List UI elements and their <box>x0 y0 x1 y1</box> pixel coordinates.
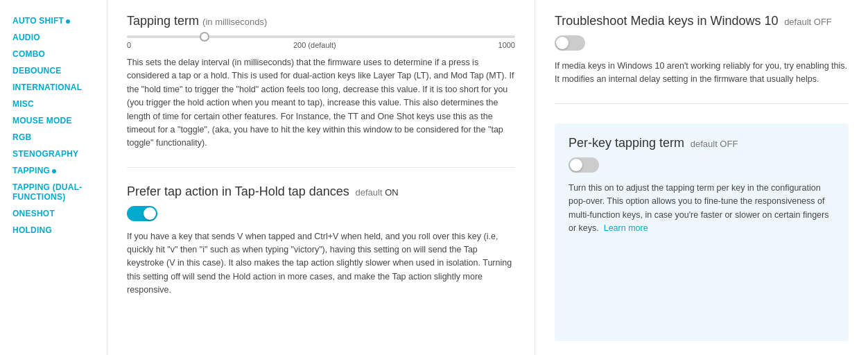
slider-max: 1000 <box>498 41 515 49</box>
right-panel: Troubleshoot Media keys in Windows 10 de… <box>535 0 868 355</box>
troubleshoot-title: Troubleshoot Media keys in Windows 10 de… <box>555 14 849 28</box>
troubleshoot-default: default OFF <box>782 17 832 27</box>
sidebar-item-label: TAPPING <box>12 166 50 175</box>
per-key-toggle[interactable] <box>568 157 599 173</box>
sidebar-item-label: HOLDING <box>12 225 52 235</box>
slider-min: 0 <box>127 41 131 49</box>
sidebar-item-misc[interactable]: MISC <box>12 97 107 111</box>
tapping-term-section: Tapping term (in milliseconds) 0 200 (de… <box>127 14 515 150</box>
sidebar-item-label: AUTO SHIFT <box>12 16 64 26</box>
sidebar-item-debounce[interactable]: DEBOUNCE <box>12 64 107 78</box>
slider-track[interactable] <box>127 35 515 38</box>
main-content: Tapping term (in milliseconds) 0 200 (de… <box>107 0 868 355</box>
prefer-tap-label: Prefer tap action in Tap-Hold tap dances <box>127 184 349 198</box>
tapping-term-description: This sets the delay interval (in millise… <box>127 56 515 150</box>
tapping-term-title: Tapping term (in milliseconds) <box>127 14 515 28</box>
section-divider-left <box>127 167 515 168</box>
sidebar-item-stenography[interactable]: STENOGRAPHY <box>12 147 107 161</box>
sidebar-item-holding[interactable]: HOLDING <box>12 223 107 237</box>
sidebar-item-label: COMBO <box>12 49 45 59</box>
sidebar-item-rgb[interactable]: RGB <box>12 130 107 144</box>
per-key-default: default OFF <box>688 139 738 149</box>
sidebar-item-label: MOUSE MODE <box>12 116 72 125</box>
per-key-toggle-knob <box>570 159 582 171</box>
per-key-description: Turn this on to adjust the tapping term … <box>568 182 835 236</box>
sidebar-item-tapping[interactable]: TAPPING <box>12 164 107 178</box>
troubleshoot-section: Troubleshoot Media keys in Windows 10 de… <box>555 14 849 104</box>
sidebar-item-label: AUDIO <box>12 33 40 42</box>
left-panel: Tapping term (in milliseconds) 0 200 (de… <box>107 0 535 355</box>
prefer-tap-default-label: default ON <box>353 187 399 198</box>
troubleshoot-toggle[interactable] <box>555 35 585 51</box>
sidebar-item-international[interactable]: INTERNATIONAL <box>12 80 107 94</box>
troubleshoot-label: Troubleshoot Media keys in Windows 10 <box>555 14 779 28</box>
sidebar-item-label: INTERNATIONAL <box>12 83 82 92</box>
sidebar-item-label: STENOGRAPHY <box>12 149 78 159</box>
sidebar-item-label: DEBOUNCE <box>12 66 62 76</box>
per-key-label: Per-key tapping term <box>568 136 684 150</box>
sidebar-item-auto-shift[interactable]: AUTO SHIFT <box>12 14 107 28</box>
slider-default: 200 (default) <box>293 41 336 49</box>
sidebar-dot <box>52 169 56 173</box>
slider-container[interactable]: 0 200 (default) 1000 <box>127 35 515 49</box>
troubleshoot-description: If media keys in Windows 10 aren't worki… <box>555 60 849 87</box>
sidebar-item-label: ONESHOT <box>12 209 55 218</box>
sidebar-item-oneshot[interactable]: ONESHOT <box>12 207 107 220</box>
tapping-term-subtitle: (in milliseconds) <box>202 17 267 27</box>
sidebar: AUTO SHIFTAUDIOCOMBODEBOUNCEINTERNATIONA… <box>0 0 107 355</box>
sidebar-item-tapping-dual[interactable]: TAPPING (DUAL-FUNCTIONS) <box>12 180 107 204</box>
sidebar-dot <box>66 19 70 24</box>
per-key-tapping-title: Per-key tapping term default OFF <box>568 136 835 150</box>
tapping-term-label: Tapping term <box>127 14 199 28</box>
slider-labels: 0 200 (default) 1000 <box>127 41 515 49</box>
prefer-tap-description: If you have a key that sends V when tapp… <box>127 230 515 297</box>
slider-thumb[interactable] <box>200 32 209 42</box>
troubleshoot-toggle-knob <box>556 37 568 49</box>
learn-more-link[interactable]: Learn more <box>604 223 648 233</box>
per-key-tapping-section: Per-key tapping term default OFF Turn th… <box>555 123 849 341</box>
sidebar-item-mouse-mode[interactable]: MOUSE MODE <box>12 114 107 128</box>
sidebar-item-label: RGB <box>12 132 31 142</box>
prefer-tap-title: Prefer tap action in Tap-Hold tap dances… <box>127 184 515 199</box>
prefer-tap-toggle-knob <box>144 207 156 220</box>
sidebar-item-label: MISC <box>12 99 34 109</box>
prefer-tap-toggle[interactable] <box>127 206 157 221</box>
sidebar-item-audio[interactable]: AUDIO <box>12 31 107 44</box>
sidebar-item-combo[interactable]: COMBO <box>12 47 107 61</box>
sidebar-item-label: TAPPING (DUAL-FUNCTIONS) <box>12 182 82 202</box>
prefer-tap-section: Prefer tap action in Tap-Hold tap dances… <box>127 184 515 297</box>
